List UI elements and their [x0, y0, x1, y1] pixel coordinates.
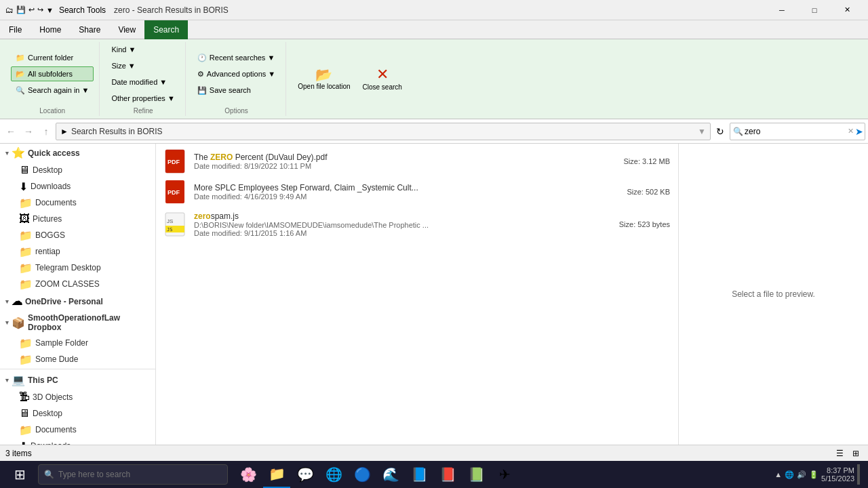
taskbar-app-blue[interactable]: 🔵: [349, 461, 376, 488]
maximize-button[interactable]: □: [799, 0, 830, 20]
sidebar-item-label: rentiap: [35, 247, 60, 256]
search-again-btn[interactable]: 🔍 Search again in ▼: [11, 83, 94, 98]
network-icon: 🌐: [785, 470, 794, 479]
svg-text:PDF: PDF: [167, 189, 180, 196]
content-area: PDF The ZERO Percent (DuVaul Dey).pdf Da…: [156, 144, 678, 445]
taskbar-app-messenger[interactable]: 💬: [292, 461, 319, 488]
recent-searches-btn[interactable]: 🕐 Recent searches ▼: [193, 50, 280, 65]
date-modified-btn[interactable]: Date modified ▼: [106, 75, 179, 89]
js-icon: JS JS: [164, 214, 186, 235]
refresh-icon: 🔍: [16, 86, 25, 95]
sidebar-item-zoom[interactable]: 📁 ZOOM CLASSES: [0, 276, 155, 292]
search-icon: 🔍: [733, 127, 743, 136]
sidebar-item-3d[interactable]: 🗜 3D Objects: [0, 389, 155, 405]
start-button[interactable]: ⊞: [3, 461, 37, 488]
kind-btn[interactable]: Kind ▼: [106, 42, 179, 57]
close-button[interactable]: ✕: [831, 0, 863, 20]
search-box[interactable]: 🔍 ✕ ➤: [730, 123, 865, 140]
table-row[interactable]: JS JS zerospam.js D:\BORIS\New folder\IA…: [156, 207, 678, 242]
qat-undo[interactable]: ↩: [28, 5, 35, 14]
taskbar-app-edge[interactable]: 🌊: [377, 461, 404, 488]
quick-access-section: ▾ ⭐ Quick access 🖥 Desktop 📌 ⬇ Downloads…: [0, 144, 155, 292]
title-bar-controls: ─ □ ✕: [766, 0, 863, 20]
taskbar-apps: 🌸 📁 💬 🌐 🔵 🌊 📘 📕 📗 ✈: [229, 461, 768, 488]
tab-home[interactable]: Home: [31, 20, 70, 39]
large-icons-button[interactable]: ⊞: [849, 447, 863, 460]
forward-button[interactable]: →: [20, 123, 37, 140]
save-search-btn[interactable]: 💾 Save search: [193, 83, 280, 98]
tab-view[interactable]: View: [109, 20, 144, 39]
tab-search[interactable]: Search: [144, 20, 188, 39]
taskbar-app-browser1[interactable]: 🌐: [320, 461, 347, 488]
sidebar-item-rentiap[interactable]: 📁 rentiap: [0, 243, 155, 260]
tray-up-icon[interactable]: ▲: [774, 470, 782, 479]
taskbar-app-explorer[interactable]: 📁: [263, 461, 290, 488]
qat-down[interactable]: ▼: [46, 6, 54, 14]
sidebar-item-desktop-quick[interactable]: 🖥 Desktop 📌: [0, 162, 155, 178]
other-properties-btn[interactable]: Other properties ▼: [106, 91, 179, 106]
dropbox-header[interactable]: ▾ 📦 SmoothOperationofLaw Dropbox: [0, 310, 155, 335]
status-bar: 3 items ☰ ⊞: [0, 445, 868, 461]
up-button[interactable]: ↑: [38, 123, 54, 140]
clock[interactable]: 8:37 PM 5/15/2023: [821, 466, 854, 483]
table-row[interactable]: PDF The ZERO Percent (DuVaul Dey).pdf Da…: [156, 146, 678, 177]
sidebar-item-pictures-quick[interactable]: 🖼 Pictures 📌: [0, 211, 155, 227]
sidebar-item-documents-pc[interactable]: 📁 Documents: [0, 422, 155, 438]
save-icon: 💾: [197, 86, 207, 95]
minimize-button[interactable]: ─: [766, 0, 797, 20]
table-row[interactable]: PDF More SPLC Employees Step Forward, Cl…: [156, 177, 678, 207]
address-refresh-button[interactable]: ↻: [712, 123, 728, 140]
taskbar-app-word[interactable]: 📘: [406, 461, 433, 488]
sidebar-item-downloads-quick[interactable]: ⬇ Downloads 📌: [0, 178, 155, 195]
search-clear-icon[interactable]: ✕: [848, 127, 854, 136]
address-dropdown-icon: ▼: [698, 127, 706, 136]
onedrive-header[interactable]: ▾ ☁ OneDrive - Personal: [0, 292, 155, 310]
sidebar-item-sample[interactable]: 📁 Sample Folder: [0, 335, 155, 351]
sidebar-item-documents-quick[interactable]: 📁 Documents 📌: [0, 195, 155, 211]
this-pc-header[interactable]: ▾ 💻 This PC: [0, 371, 155, 389]
tab-file[interactable]: File: [0, 20, 31, 39]
app-icon: 🗂: [5, 5, 14, 15]
file-name: zerospam.js: [194, 211, 611, 221]
sidebar-item-somedude[interactable]: 📁 Some Dude: [0, 351, 155, 367]
all-subfolders-btn[interactable]: 📂 All subfolders: [11, 66, 94, 81]
ribbon-group-location: 📁 Current folder 📂 All subfolders 🔍 Sear…: [5, 42, 100, 116]
address-box[interactable]: ► Search Results in BORIS ▼: [56, 123, 711, 140]
search-input[interactable]: [745, 127, 846, 136]
sidebar-item-label: SmoothOperationofLaw Dropbox: [28, 313, 150, 332]
details-view-button[interactable]: ☰: [833, 447, 846, 460]
current-folder-btn[interactable]: 📁 Current folder: [11, 50, 94, 65]
quick-access-header[interactable]: ▾ ⭐ Quick access: [0, 144, 155, 162]
sidebar-item-telegram[interactable]: 📁 Telegram Desktop: [0, 260, 155, 276]
folder-icon: 📁: [16, 54, 25, 62]
show-desktop-button[interactable]: [857, 464, 860, 485]
sidebar-item-boggs[interactable]: 📁 BOGGS: [0, 227, 155, 243]
qat-properties[interactable]: 💾: [16, 5, 26, 14]
battery-icon: 🔋: [809, 470, 818, 479]
taskbar-search-box[interactable]: 🔍: [38, 464, 228, 485]
location-col: 📁 Current folder 📂 All subfolders 🔍 Sear…: [11, 50, 94, 98]
close-search-btn[interactable]: ✕ Close search: [358, 62, 407, 97]
sidebar-item-downloads-pc[interactable]: ⬇ Downloads: [0, 438, 155, 445]
advanced-options-btn[interactable]: ⚙ Advanced options ▼: [193, 66, 280, 81]
file-size: Size: 502 KB: [627, 188, 670, 196]
size-btn[interactable]: Size ▼: [106, 58, 179, 73]
refine-label: Refine: [134, 107, 153, 116]
search-submit-icon[interactable]: ➤: [855, 126, 863, 137]
taskbar-app-app5[interactable]: 📗: [462, 461, 490, 488]
onedrive-section: ▾ ☁ OneDrive - Personal: [0, 292, 155, 310]
open-file-location-btn[interactable]: 📂 Open file location: [293, 62, 355, 97]
tab-share[interactable]: Share: [70, 20, 109, 39]
sidebar-item-desktop-pc[interactable]: 🖥 Desktop: [0, 405, 155, 422]
qat-redo[interactable]: ↪: [37, 5, 43, 14]
back-button[interactable]: ←: [3, 123, 19, 140]
taskbar-app-acrobat[interactable]: 📕: [434, 461, 461, 488]
taskbar-app-cortana[interactable]: 🌸: [235, 461, 262, 488]
taskbar-app-telegram[interactable]: ✈: [491, 461, 518, 488]
taskbar-search-input[interactable]: [58, 470, 222, 479]
action-buttons: 📂 Open file location ✕ Close search: [293, 42, 407, 116]
sidebar-item-label: BOGGS: [35, 230, 65, 240]
sidebar: ▾ ⭐ Quick access 🖥 Desktop 📌 ⬇ Downloads…: [0, 144, 156, 445]
dropbox-section: ▾ 📦 SmoothOperationofLaw Dropbox 📁 Sampl…: [0, 310, 155, 367]
file-info: The ZERO Percent (DuVaul Dey).pdf Date m…: [194, 152, 616, 170]
